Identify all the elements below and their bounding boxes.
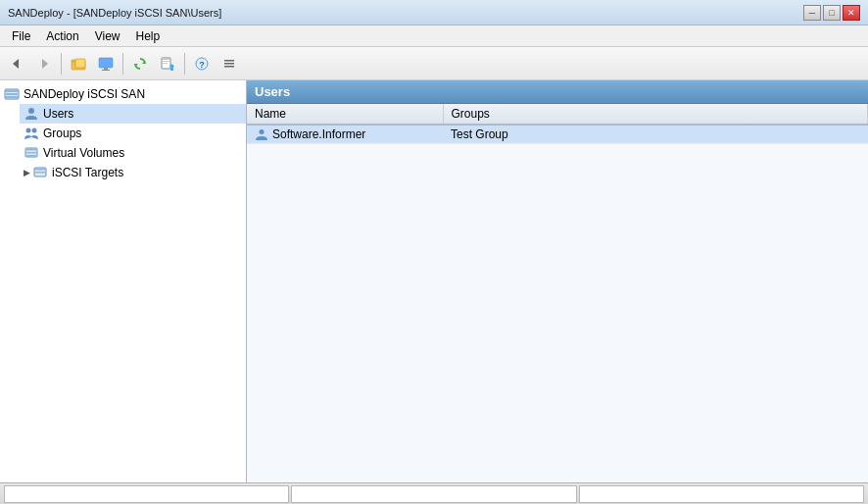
desktop-button[interactable] xyxy=(93,51,119,76)
user-name-cell: Software.Informer xyxy=(247,125,443,144)
svg-rect-6 xyxy=(104,68,108,70)
menu-view[interactable]: View xyxy=(87,27,128,45)
svg-marker-1 xyxy=(42,59,48,69)
svg-rect-18 xyxy=(224,60,234,62)
svg-rect-29 xyxy=(26,149,36,151)
status-section-3 xyxy=(579,485,864,503)
menu-help[interactable]: Help xyxy=(128,27,169,45)
svg-rect-13 xyxy=(163,63,168,64)
svg-point-26 xyxy=(26,128,31,133)
menu-action[interactable]: Action xyxy=(38,27,86,45)
status-section-1 xyxy=(4,485,289,503)
maximize-button[interactable]: □ xyxy=(823,5,841,21)
users-icon xyxy=(24,106,39,122)
status-section-2 xyxy=(291,485,576,503)
svg-rect-20 xyxy=(224,66,234,68)
user-row-icon xyxy=(255,127,268,141)
separator-3 xyxy=(184,53,185,75)
svg-rect-24 xyxy=(6,96,18,98)
main-area: SANDeploy iSCSI SAN Users Group xyxy=(0,80,868,482)
refresh-button[interactable] xyxy=(127,51,153,76)
svg-rect-4 xyxy=(75,59,85,68)
toolbar: ? xyxy=(0,47,868,80)
svg-text:?: ? xyxy=(199,60,205,70)
tree-root-node[interactable]: SANDeploy iSCSI SAN xyxy=(0,84,246,104)
user-groups: Test Group xyxy=(443,125,868,144)
svg-rect-19 xyxy=(224,63,234,65)
tree-item-users[interactable]: Users xyxy=(20,104,246,124)
window-title: SANDeploy - [SANDeploy iSCSI SAN\Users] xyxy=(8,7,221,19)
tree-children: Users Groups Virtu xyxy=(20,104,246,182)
svg-rect-30 xyxy=(26,152,36,154)
content-panel: Users Name Groups Softwar xyxy=(247,80,868,482)
svg-point-35 xyxy=(260,129,265,134)
forward-button[interactable] xyxy=(31,51,57,76)
col-name: Name xyxy=(247,104,443,125)
svg-rect-33 xyxy=(35,169,45,171)
window-controls: ─ □ ✕ xyxy=(803,5,860,21)
tree-root-label: SANDeploy iSCSI SAN xyxy=(24,87,145,101)
svg-rect-22 xyxy=(6,90,18,92)
svg-rect-11 xyxy=(163,59,169,60)
svg-point-27 xyxy=(32,128,37,133)
tree-panel: SANDeploy iSCSI SAN Users Group xyxy=(0,80,247,482)
svg-rect-5 xyxy=(99,58,113,68)
folder-button[interactable] xyxy=(66,51,91,76)
tree-item-groups[interactable]: Groups xyxy=(20,124,246,143)
svg-point-25 xyxy=(28,108,34,114)
user-name: Software.Informer xyxy=(272,127,365,141)
close-button[interactable]: ✕ xyxy=(843,5,860,21)
user-cell: Software.Informer xyxy=(255,127,435,141)
tree-item-groups-label: Groups xyxy=(43,126,81,140)
svg-rect-12 xyxy=(163,61,169,62)
title-bar: SANDeploy - [SANDeploy iSCSI SAN\Users] … xyxy=(0,0,868,25)
export-button[interactable] xyxy=(155,51,180,76)
svg-rect-23 xyxy=(6,93,18,95)
tree-item-targets[interactable]: ▶ iSCSI Targets xyxy=(20,163,246,182)
help-button[interactable]: ? xyxy=(189,51,215,76)
settings-button[interactable] xyxy=(217,51,242,76)
tree-item-targets-label: iSCSI Targets xyxy=(52,166,123,179)
svg-rect-7 xyxy=(102,70,110,71)
col-groups: Groups xyxy=(443,104,868,125)
tree-item-volumes[interactable]: Virtual Volumes xyxy=(20,143,246,163)
expand-icon[interactable]: ▶ xyxy=(24,168,30,177)
menu-file[interactable]: File xyxy=(4,27,38,45)
targets-icon xyxy=(32,165,48,180)
svg-marker-0 xyxy=(13,59,19,69)
separator-2 xyxy=(122,53,123,75)
back-button[interactable] xyxy=(4,51,29,76)
volumes-icon xyxy=(24,145,39,161)
separator-1 xyxy=(61,53,62,75)
users-table: Name Groups Software.Informer xyxy=(247,104,868,144)
svg-rect-34 xyxy=(35,172,45,174)
menu-bar: File Action View Help xyxy=(0,25,868,47)
san-icon xyxy=(4,86,20,102)
tree-item-users-label: Users xyxy=(43,107,73,121)
svg-rect-31 xyxy=(26,155,36,157)
tree-item-volumes-label: Virtual Volumes xyxy=(43,146,124,160)
groups-icon xyxy=(24,126,39,141)
table-row[interactable]: Software.Informer Test Group xyxy=(247,125,868,144)
table-header-row: Name Groups xyxy=(247,104,868,125)
status-bar xyxy=(0,482,868,504)
panel-header: Users xyxy=(247,80,868,104)
minimize-button[interactable]: ─ xyxy=(803,5,821,21)
